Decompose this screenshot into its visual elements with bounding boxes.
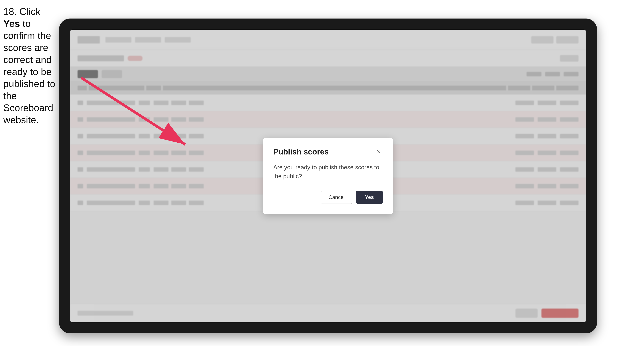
modal-overlay: Publish scores × Are you ready to publis… bbox=[70, 30, 586, 322]
yes-button[interactable]: Yes bbox=[356, 191, 383, 204]
modal-body-text: Are you ready to publish these scores to… bbox=[273, 163, 383, 180]
modal-header: Publish scores × bbox=[273, 148, 383, 156]
cancel-button[interactable]: Cancel bbox=[321, 191, 352, 204]
modal-footer: Cancel Yes bbox=[273, 191, 383, 204]
publish-scores-modal: Publish scores × Are you ready to publis… bbox=[263, 138, 393, 214]
modal-close-button[interactable]: × bbox=[374, 148, 383, 156]
step-number: 18. bbox=[3, 6, 17, 17]
instruction-text: 18. Click Yes to confirm the scores are … bbox=[3, 5, 57, 126]
tablet-screen: Publish scores × Are you ready to publis… bbox=[70, 30, 586, 322]
tablet-device: Publish scores × Are you ready to publis… bbox=[59, 18, 597, 334]
bold-yes: Yes bbox=[3, 18, 20, 29]
modal-title: Publish scores bbox=[273, 148, 329, 156]
